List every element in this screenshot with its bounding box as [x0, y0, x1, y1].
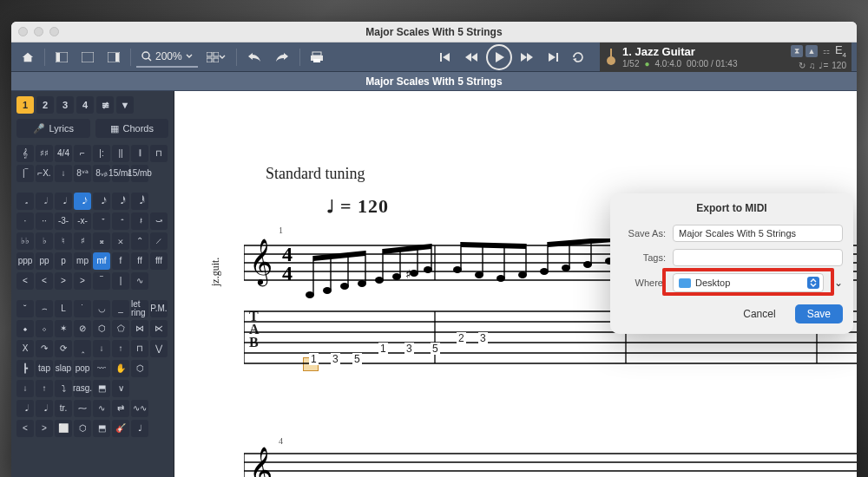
palette-cell[interactable]: ppp [16, 252, 34, 270]
page-layout-3[interactable] [102, 47, 125, 68]
palette-cell[interactable]: ↑ [112, 340, 129, 357]
tab-fret[interactable]: 3 [404, 343, 414, 355]
palette-cell[interactable]: tr. [55, 400, 72, 417]
chords-button[interactable]: ▦ Chords [95, 119, 169, 138]
palette-cell[interactable]: ✋ [112, 360, 129, 377]
palette-cell[interactable]: X [16, 340, 34, 357]
palette-cell[interactable]: ↷ [36, 340, 53, 357]
palette-cell[interactable]: 𝅘𝅥𝅯 [93, 193, 110, 210]
palette-cell[interactable]: -3- [55, 212, 72, 230]
palette-cell[interactable]: ↓ [16, 380, 34, 397]
palette-cell[interactable]: < [36, 272, 53, 290]
palette-cell[interactable]: ♯ [74, 232, 91, 250]
palette-cell[interactable]: mp [74, 252, 91, 270]
palette-cell[interactable]: ⇄ [112, 400, 129, 417]
palette-cell[interactable]: ⋉ [150, 320, 168, 337]
palette-cell[interactable]: pp [36, 252, 53, 270]
palette-cell[interactable]: pop [74, 360, 91, 377]
palette-cell[interactable]: |: [93, 145, 110, 162]
palette-cell[interactable]: · [16, 212, 34, 230]
palette-cell[interactable]: ♭♭ [16, 232, 34, 250]
palette-cell[interactable]: 𝅗𝅥 [36, 193, 53, 210]
repeat-icon[interactable]: ↻ [799, 61, 806, 70]
palette-cell[interactable]: ✶ [55, 320, 72, 337]
palette-cell[interactable]: 〰 [93, 360, 110, 377]
palette-cell[interactable]: ⟋ [150, 232, 168, 250]
countdown-icon[interactable]: ⧗ [791, 45, 803, 57]
palette-cell[interactable]: 𝄂 [131, 145, 148, 162]
palette-cell[interactable]: < [16, 420, 34, 437]
palette-cell[interactable]: > [36, 420, 53, 437]
expand-icon[interactable]: ⌄ [834, 277, 843, 289]
voice-1[interactable]: 1 [16, 96, 34, 114]
palette-cell[interactable]: 𝅘𝅥 [55, 193, 72, 210]
palette-cell[interactable]: rasg. [74, 380, 91, 397]
tab-fret[interactable]: 1 [309, 353, 319, 365]
palette-cell[interactable]: ˙ [74, 300, 91, 317]
palette-cell[interactable]: ⬒ [93, 380, 110, 397]
palette-cell[interactable]: 𝄞 [16, 145, 34, 162]
voice-3[interactable]: 3 [56, 96, 74, 114]
tune-icon[interactable]: ♫ [809, 61, 816, 70]
tab-fret[interactable]: 5 [352, 353, 362, 365]
palette-cell[interactable]: 8ᵥᵦ [93, 165, 110, 182]
go-end-button[interactable] [542, 47, 564, 68]
palette-cell[interactable]: ⬥ [16, 320, 34, 337]
voice-2[interactable]: 2 [36, 96, 54, 114]
tab-fret[interactable]: 2 [457, 332, 466, 344]
palette-cell[interactable]: || [112, 145, 129, 162]
palette-cell[interactable]: ∿∿ [131, 400, 148, 417]
palette-cell[interactable]: ⬦ [36, 320, 53, 337]
palette-cell[interactable]: | [112, 272, 129, 290]
palette-cell[interactable]: ⟳ [55, 340, 72, 357]
zoom-dropdown[interactable]: 200% [136, 47, 198, 68]
palette-cell[interactable]: ⬜ [55, 420, 72, 437]
save-as-field[interactable]: Major Scales With 5 Strings [673, 225, 843, 242]
palette-cell[interactable]: ⤵ [55, 380, 72, 397]
palette-cell[interactable]: ⬠ [112, 320, 129, 337]
play-button[interactable] [486, 44, 512, 70]
palette-cell[interactable]: ∿ [93, 400, 110, 417]
palette-cell[interactable]: ⋁ [150, 340, 168, 357]
cancel-button[interactable]: Cancel [731, 304, 787, 323]
palette-cell[interactable]: P.M. [150, 300, 168, 317]
palette-cell[interactable]: ff [131, 252, 148, 270]
palette-cell[interactable]: ⤻ [150, 212, 168, 230]
go-start-button[interactable] [434, 47, 457, 68]
palette-cell[interactable]: < [16, 272, 34, 290]
palette-cell[interactable]: 𝅘𝅥𝅱 [131, 193, 148, 210]
palette-cell[interactable]: 15/mb [131, 165, 148, 182]
palette-cell[interactable]: ⌐ [74, 145, 91, 162]
palette-cell[interactable]: ⁓ [74, 400, 91, 417]
page-layout-2[interactable] [76, 47, 99, 68]
palette-cell[interactable]: p [55, 252, 72, 270]
palette-cell[interactable]: ♩ [131, 420, 148, 437]
palette-cell[interactable]: 𝅘𝅥 [36, 400, 53, 417]
palette-cell[interactable]: 𝅘𝅥𝅰 [112, 193, 129, 210]
palette-cell[interactable]: 𝄼 [112, 212, 129, 230]
palette-cell[interactable]: fff [150, 252, 168, 270]
tab-fret[interactable]: 3 [331, 353, 340, 365]
palette-cell[interactable]: ⊘ [74, 320, 91, 337]
tags-field[interactable] [673, 249, 843, 266]
palette-cell[interactable]: ⊓ [150, 145, 168, 162]
palette-cell[interactable]: f [112, 252, 129, 270]
palette-cell[interactable]: ⌢ [36, 300, 53, 317]
palette-cell[interactable]: ∿ [131, 272, 148, 290]
palette-cell[interactable]: |‾ [16, 165, 34, 182]
palette-cell[interactable]: 🎸 [112, 420, 129, 437]
save-button[interactable]: Save [795, 304, 843, 323]
palette-cell[interactable]: ♯♯ [36, 145, 53, 162]
palette-cell[interactable]: ◡ [93, 300, 110, 317]
palette-cell[interactable]: ⋈ [131, 320, 148, 337]
lyrics-button[interactable]: 🎤 Lyrics [16, 119, 90, 138]
palette-cell[interactable]: _ [112, 300, 129, 317]
palette-cell[interactable]: L [55, 300, 72, 317]
palette-cell[interactable]: ⌃ [131, 232, 148, 250]
palette-cell[interactable]: ‾ [93, 272, 110, 290]
palette-cell[interactable]: ⌐X. [36, 165, 53, 182]
palette-cell[interactable]: tap [36, 360, 53, 377]
design-mode-icon[interactable]: ▼ [116, 96, 134, 114]
tab-fret[interactable]: 1 [378, 343, 388, 355]
undo-button[interactable] [242, 47, 266, 68]
